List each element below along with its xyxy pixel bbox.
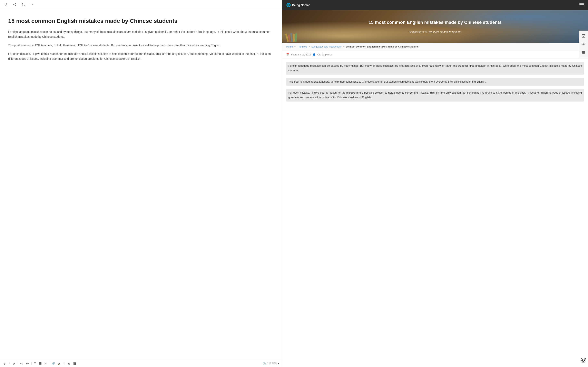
site-logo: 🌐 Being Nomad — [286, 3, 310, 7]
hero-title: 15 most common English mistakes made by … — [369, 20, 502, 25]
breadcrumb-current: 15 most common English mistakes made by … — [346, 45, 419, 48]
italic-button[interactable]: I — [8, 362, 10, 366]
quote-button[interactable]: ❝ — [33, 361, 36, 366]
breadcrumb-sep-1: » — [294, 45, 296, 48]
link-button[interactable]: 🔗 — [51, 362, 56, 366]
logo-text: Being Nomad — [292, 3, 310, 7]
website-content[interactable]: Home » The Blog » Languages and Interact… — [282, 43, 588, 367]
post-author: Ola Jagielska — [317, 53, 332, 56]
refresh-button[interactable]: ↺ — [3, 2, 9, 7]
svg-rect-7 — [579, 4, 584, 5]
logo-icon: 🌐 — [286, 3, 291, 7]
article-paragraph-1: Foreign language mistakes can be caused … — [8, 30, 274, 39]
website-nav: 🌐 Being Nomad — [282, 0, 588, 10]
breadcrumb-sep-3: » — [343, 45, 345, 48]
website-paragraph-1: Foreign language mistakes can be caused … — [286, 62, 584, 75]
image-button[interactable]: 🖼 — [72, 362, 77, 366]
bottom-toolbar: B I U H1 H2 ❝ ☰ ≡ 🔗 A T S 🖼 🕐 129 单词 ▾ — [0, 360, 282, 367]
unordered-list-button[interactable]: ☰ — [38, 361, 43, 366]
layers-button[interactable] — [580, 49, 587, 55]
toolbar-separator-2 — [31, 362, 32, 365]
checkmark-button[interactable] — [580, 33, 587, 39]
clock-icon: 🕐 — [263, 362, 266, 365]
article-paragraph-2: This post is aimed at ESL teachers, to h… — [8, 43, 274, 48]
hero-content: 15 most common English mistakes made by … — [369, 20, 502, 34]
calendar-icon: 📅 — [286, 53, 289, 56]
hamburger-menu[interactable] — [579, 3, 584, 7]
hero-subtitle: And tips for ESL teachers on how to fix … — [369, 30, 502, 33]
website-paragraph-3: For each mistake, I'll give both a reaso… — [286, 89, 584, 101]
left-panel: ↺ ··· 15 most common English mistakes ma… — [0, 0, 282, 367]
article-paragraph-3: For each mistake, I'll give both a reaso… — [8, 52, 274, 61]
code-button[interactable]: </> — [580, 41, 587, 47]
post-date: February 17, 2019 — [291, 53, 311, 56]
share-button[interactable] — [12, 2, 17, 7]
left-content: 15 most common English mistakes made by … — [0, 9, 282, 360]
para1-text: Foreign language mistakes can be caused … — [286, 62, 584, 75]
right-panel: 🌐 Being Nomad 15 most common English mis… — [282, 0, 588, 367]
breadcrumb-home[interactable]: Home — [286, 45, 293, 48]
svg-rect-9 — [582, 34, 585, 37]
para2-text: This post is aimed at ESL teachers, to h… — [286, 78, 584, 86]
para3-text: For each mistake, I'll give both a reaso… — [286, 89, 584, 101]
toolbar-separator-3 — [49, 362, 49, 365]
article-title: 15 most common English mistakes made by … — [8, 17, 274, 25]
article-body: Foreign language mistakes can be caused … — [282, 59, 588, 108]
svg-rect-8 — [579, 6, 584, 6]
emoji-feedback-button[interactable]: 🐼 — [580, 357, 586, 363]
strikethrough-button[interactable]: S — [67, 362, 71, 366]
author-icon: 👤 — [312, 53, 316, 56]
word-count-area: 🕐 129 单词 ▾ — [263, 362, 279, 365]
right-sidebar: </> — [579, 31, 588, 58]
breadcrumb-category[interactable]: Languages and Interactions — [311, 45, 342, 48]
highlight-button[interactable]: A — [57, 362, 61, 366]
website-paragraph-2: This post is aimed at ESL teachers, to h… — [286, 78, 584, 86]
hero-divider — [423, 28, 447, 28]
heading1-button[interactable]: H1 — [19, 362, 24, 365]
svg-line-3 — [14, 3, 16, 4]
more-button[interactable]: ··· — [30, 2, 35, 7]
word-count-chevron[interactable]: ▾ — [278, 362, 279, 365]
breadcrumb-blog[interactable]: The Blog — [297, 45, 307, 48]
text-style-button[interactable]: T — [62, 362, 66, 366]
word-count-label: 129 单词 — [267, 362, 277, 365]
left-toolbar: ↺ ··· — [0, 0, 282, 9]
svg-rect-10 — [582, 51, 585, 52]
svg-line-4 — [14, 4, 16, 6]
meta-line: 📅 February 17, 2019 👤 Ola Jagielska — [282, 51, 588, 59]
hero-section: 15 most common English mistakes made by … — [282, 10, 588, 43]
svg-rect-12 — [582, 53, 585, 54]
heading2-button[interactable]: H2 — [25, 362, 30, 365]
svg-rect-11 — [582, 52, 585, 53]
bold-button[interactable]: B — [3, 362, 6, 366]
svg-rect-6 — [579, 3, 584, 4]
ordered-list-button[interactable]: ≡ — [44, 361, 47, 366]
breadcrumb: Home » The Blog » Languages and Interact… — [282, 43, 588, 51]
breadcrumb-sep-2: » — [309, 45, 311, 48]
expand-button[interactable] — [21, 2, 26, 7]
underline-button[interactable]: U — [12, 362, 16, 366]
